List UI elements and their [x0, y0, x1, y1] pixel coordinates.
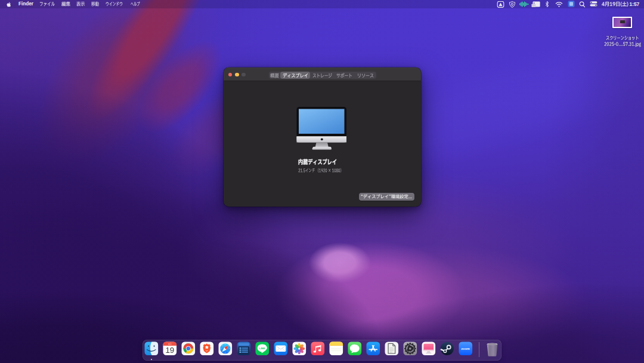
svg-text:LINE: LINE [260, 347, 265, 350]
svg-text:zoom: zoom [462, 347, 470, 350]
svg-text:19: 19 [166, 346, 175, 355]
